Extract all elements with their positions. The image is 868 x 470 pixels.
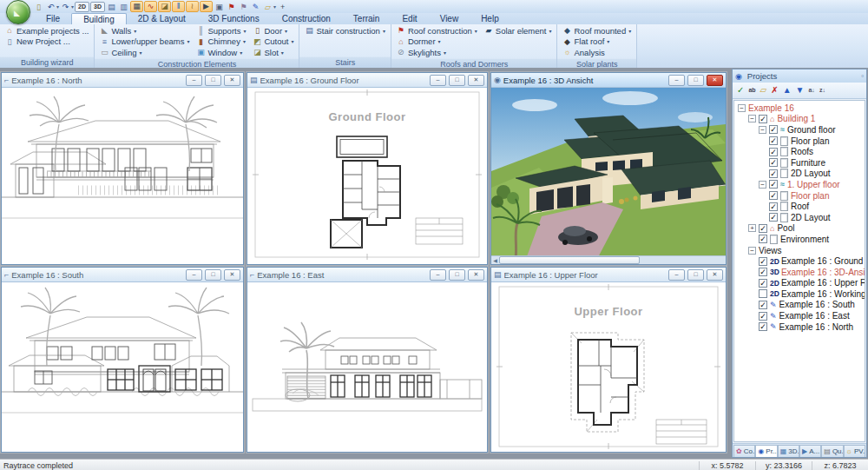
close-button[interactable]: ✕ <box>468 75 484 86</box>
tree-item-example-16-3d-ansicht[interactable]: ✓3DExample 16 : 3D-Ansicht <box>736 267 865 278</box>
checkbox[interactable]: ✓ <box>769 213 778 222</box>
checkbox[interactable]: ✓ <box>759 235 767 243</box>
tab-pv[interactable]: ☼PV... <box>844 445 865 457</box>
dropdown-caret-icon[interactable]: ▾ <box>549 28 551 34</box>
restore-button[interactable]: □ <box>449 75 465 86</box>
flat-roof-button[interactable]: ◆Flat roof▾ <box>561 36 633 48</box>
restore-button[interactable]: □ <box>205 75 221 86</box>
confirm-icon[interactable]: ✓ <box>737 83 744 97</box>
dropdown-caret-icon[interactable]: ▾ <box>628 28 631 34</box>
sort-desc-icon[interactable]: z↓ <box>819 83 825 97</box>
checkbox[interactable]: ✓ <box>769 180 778 189</box>
tab-quantities[interactable]: ▤Qu... <box>821 445 843 457</box>
panel-pin-icon[interactable]: ▫ <box>861 72 864 80</box>
tree-item-2d-layout[interactable]: ✓2D Layout <box>736 212 865 223</box>
curve-icon[interactable]: ∿ <box>144 1 157 12</box>
collapse-icon[interactable]: − <box>748 115 756 122</box>
dropdown-caret-icon[interactable]: ▾ <box>438 38 441 44</box>
fill-icon[interactable]: ◪ <box>158 1 171 12</box>
example-projects--button[interactable]: ⌂Example projects ... <box>3 25 90 36</box>
dropdown-caret-icon[interactable]: ▾ <box>187 38 189 44</box>
door-button[interactable]: ▯Door▾ <box>251 25 295 36</box>
ribbon-tab-terrain[interactable]: Terrain <box>342 13 391 24</box>
restore-button[interactable]: □ <box>449 269 465 281</box>
dropdown-caret-icon[interactable]: ▾ <box>139 50 141 56</box>
dropdown-caret-icon[interactable]: ▾ <box>291 38 293 44</box>
dropdown-caret-icon[interactable]: ▾ <box>285 28 287 34</box>
north-elevation-canvas[interactable] <box>2 88 243 264</box>
dropdown-caret-icon[interactable]: ▾ <box>607 38 609 44</box>
ceiling-button[interactable]: ▭Ceiling▾ <box>98 47 191 58</box>
window-south-titlebar[interactable]: ⌐ Example 16 : South – □ ✕ <box>2 268 243 282</box>
checkbox[interactable]: ✓ <box>759 224 767 233</box>
tree-item-example-16-ground-floor[interactable]: ✓2DExample 16 : Ground Floor <box>736 255 865 267</box>
close-button[interactable]: ✕ <box>707 75 723 86</box>
ribbon-tab-construction[interactable]: Construction <box>271 13 342 24</box>
tab-animations[interactable]: ▶A... <box>799 445 821 457</box>
checkbox[interactable]: ✓ <box>759 301 767 309</box>
new-project--button[interactable]: ▯New Project ... <box>3 36 90 48</box>
sort-asc-icon[interactable]: a↓ <box>808 83 814 97</box>
move-down-icon[interactable]: ▼ <box>796 83 805 97</box>
window-north-titlebar[interactable]: ⌐ Example 16 : North – □ ✕ <box>2 73 243 88</box>
ground-floor-canvas[interactable]: Ground Floor <box>247 88 487 264</box>
cutout-button[interactable]: ◩Cutout▾ <box>251 36 295 48</box>
supports-button[interactable]: ║Supports▾ <box>194 25 247 36</box>
checkbox[interactable]: ✓ <box>769 169 778 178</box>
analysis-button[interactable]: ☼Analysis <box>561 47 633 58</box>
checkbox[interactable]: ✓ <box>769 191 778 200</box>
horizontal-scrollbar[interactable]: ◀ <box>491 255 726 264</box>
minimize-button[interactable]: – <box>668 75 685 86</box>
minimize-button[interactable]: – <box>186 75 202 86</box>
tree-item-2d-layout[interactable]: ✓2D Layout <box>736 169 865 180</box>
guides-icon[interactable]: ‖ <box>172 1 185 12</box>
ribbon-tab-edit[interactable]: Edit <box>391 13 428 24</box>
collapse-icon[interactable]: − <box>759 181 766 189</box>
checkbox[interactable]: ✓ <box>759 312 767 321</box>
walkthrough-icon[interactable]: ≀ <box>186 1 199 12</box>
ribbon-tab-3d-functions[interactable]: 3D Functions <box>197 13 271 24</box>
minimize-button[interactable]: – <box>430 269 446 281</box>
collapse-icon[interactable]: − <box>759 126 766 134</box>
close-button[interactable]: ✕ <box>468 269 484 281</box>
view-3d-icon[interactable]: 3D <box>90 2 105 12</box>
folder-icon[interactable]: ▱ <box>760 83 767 97</box>
tree-item-floor-plan[interactable]: ✓Floor plan <box>736 190 865 202</box>
minimize-button[interactable]: – <box>186 269 202 281</box>
dropdown-caret-icon[interactable]: ▾ <box>475 28 477 34</box>
grid-icon[interactable]: ▦ <box>130 1 143 12</box>
close-button[interactable]: ✕ <box>707 269 723 281</box>
folder-icon-caret[interactable]: ▾ <box>273 3 276 10</box>
roof-construction-button[interactable]: ⚑Roof construction▾ <box>395 25 479 36</box>
checkbox[interactable]: ✓ <box>769 136 778 145</box>
split-vertical-icon[interactable]: ▥ <box>118 2 129 12</box>
dropdown-caret-icon[interactable]: ▾ <box>281 50 284 56</box>
tree-item-ground-floor[interactable]: −✓≈Ground floor <box>736 124 865 136</box>
checkbox[interactable]: ✓ <box>769 202 778 211</box>
collapse-icon[interactable]: − <box>748 247 756 255</box>
chimney-button[interactable]: ▮Chimney▾ <box>194 36 247 48</box>
select-cursor-icon[interactable]: ▶ <box>200 1 213 12</box>
tree-item-views[interactable]: −Views <box>736 245 865 256</box>
3d-render-canvas[interactable]: ◀ <box>491 88 726 264</box>
window-button[interactable]: ▣Window▾ <box>194 47 247 58</box>
window-3d-titlebar[interactable]: ◉ Example 16 : 3D Ansicht – □ ✕ <box>491 73 726 88</box>
tree-item-example-16[interactable]: −Example 16 <box>736 103 865 114</box>
checkbox[interactable]: ✓ <box>769 125 778 134</box>
ribbon-tab-building[interactable]: Building <box>71 13 127 24</box>
ribbon-tab-file[interactable]: File <box>35 13 71 24</box>
tree-item-furniture[interactable]: ✓Furniture <box>736 157 865 169</box>
tree-item-environment[interactable]: ✓Environment <box>736 234 865 245</box>
tree-item-example-16-south[interactable]: ✓✎Example 16 : South <box>736 300 865 311</box>
scrollbar-thumb[interactable] <box>499 256 640 264</box>
lower-upper-beams-button[interactable]: ≡Lower/upper beams▾ <box>98 36 191 48</box>
window-ground-titlebar[interactable]: ▤ Example 16 : Ground Floor – □ ✕ <box>247 73 487 88</box>
checkbox[interactable]: ✓ <box>759 322 767 331</box>
copy-icon[interactable]: ▣ <box>214 2 225 12</box>
dropdown-caret-icon[interactable]: ▾ <box>243 38 246 44</box>
restore-button[interactable]: □ <box>687 269 704 281</box>
checkbox[interactable]: ✓ <box>759 257 767 266</box>
dropdown-caret-icon[interactable]: ▾ <box>134 28 136 34</box>
redo-icon[interactable]: ↷ <box>60 2 71 12</box>
roof-mounted-button[interactable]: ◆Roof mounted▾ <box>561 25 633 36</box>
